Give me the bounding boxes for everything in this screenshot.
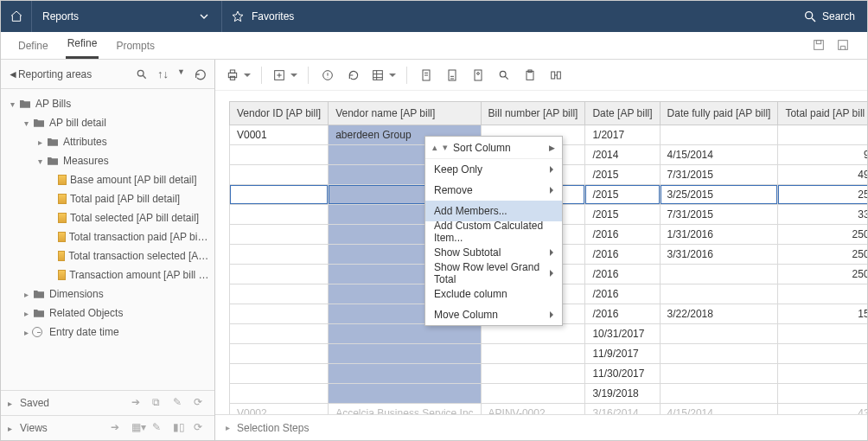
measure-icon (58, 232, 66, 242)
ctx-remove[interactable]: Remove (425, 180, 562, 201)
measure-icon (58, 175, 67, 185)
ctx-keep-only[interactable]: Keep Only (425, 159, 562, 180)
clock-icon (32, 327, 46, 337)
tab-define[interactable]: Define (16, 35, 50, 59)
ctx-add-calc[interactable]: Add Custom Calculated Item... (425, 221, 562, 242)
svg-rect-13 (475, 70, 482, 80)
doc-icon-3[interactable] (469, 67, 487, 84)
column-date[interactable]: Date [AP bill] (585, 102, 660, 125)
measure-icon (58, 270, 66, 280)
tree-related-objects[interactable]: ▸ Related Objects (1, 304, 214, 323)
refresh-icon[interactable] (345, 67, 362, 84)
tree-measure-4[interactable]: Total transaction paid [AP bill detail] (1, 227, 214, 246)
pencil-icon[interactable]: ✎ (152, 421, 166, 435)
tree-measures[interactable]: ▾ Measures (1, 151, 214, 170)
ctx-move-column[interactable]: Move Column (425, 304, 562, 325)
svg-point-14 (477, 72, 480, 74)
table-row[interactable]: 3/19/20180.00 (230, 384, 868, 404)
home-button[interactable] (1, 1, 32, 32)
column-vendor-id[interactable]: Vendor ID [AP bill] (230, 102, 329, 125)
svg-rect-1 (814, 41, 824, 50)
sidebar-refresh-icon[interactable] (194, 67, 207, 81)
tree-measure-5[interactable]: Total transaction selected [AP bill deta… (1, 246, 214, 265)
grid-dropdown[interactable] (371, 67, 396, 84)
favorites-button[interactable]: Favorites (222, 1, 361, 32)
folder-icon (32, 306, 46, 320)
table-row[interactable]: 11/9/20170.00 (230, 344, 868, 364)
column-vendor-name[interactable]: Vendor name [AP bill] (329, 102, 481, 125)
svg-point-4 (137, 70, 144, 76)
measure-icon (58, 251, 65, 261)
svg-point-0 (806, 12, 813, 19)
tree-entry-datetime[interactable]: ▸ Entry date time (1, 323, 214, 342)
tree-dimensions[interactable]: ▸ Dimensions (1, 284, 214, 304)
add-dropdown[interactable] (272, 67, 297, 84)
ctx-show-subtotal[interactable]: Show Subtotal (425, 242, 562, 263)
refresh-icon[interactable]: ⟳ (194, 396, 207, 410)
folder-icon (32, 116, 46, 130)
saved-panel-header[interactable]: ▸ Saved ➔ ⧉ ✎ ⟳ (1, 391, 214, 415)
sidebar-title: Reporting areas (18, 68, 92, 80)
grid-dropdown-icon[interactable]: ▦▾ (131, 421, 145, 435)
search-button[interactable]: Search (791, 1, 867, 32)
bar-chart-icon[interactable]: ▮▯ (173, 421, 187, 435)
sidebar-collapse-caret[interactable]: ◄ (8, 68, 18, 80)
tab-prompts[interactable]: Prompts (114, 35, 156, 59)
sort-asc-icon: ▴ (432, 142, 437, 153)
folder-icon (46, 135, 60, 149)
svg-rect-10 (373, 70, 383, 80)
table-row[interactable]: V0002Accelcia Business Service IncAPINV-… (230, 404, 868, 415)
search-label: Search (822, 10, 855, 22)
doc-icon-2[interactable] (444, 67, 461, 84)
folder-icon (18, 97, 32, 111)
reports-dropdown[interactable]: Reports (32, 1, 222, 32)
print-dropdown[interactable] (226, 67, 251, 84)
views-panel-header[interactable]: ▸ Views ➔ ▦▾ ✎ ▮▯ ⟳ (1, 416, 214, 440)
svg-rect-2 (816, 41, 820, 44)
sync-icon[interactable] (547, 67, 565, 84)
selection-steps-label[interactable]: Selection Steps (237, 422, 309, 434)
save-icon[interactable] (812, 38, 827, 54)
doc-icon-1[interactable] (418, 67, 435, 84)
tree-measure-2[interactable]: Total paid [AP bill detail] (1, 189, 214, 208)
ctx-add-members[interactable]: Add Members... (425, 201, 562, 221)
search-icon (803, 10, 817, 23)
arrow-right-icon[interactable]: ➔ (111, 421, 124, 435)
report-toolbar (215, 60, 867, 91)
tab-refine[interactable]: Refine (66, 32, 99, 59)
tree-attributes[interactable]: ▸ Attributes (1, 132, 214, 151)
tree-measure-6[interactable]: Transaction amount [AP bill detail] (1, 265, 214, 284)
clipboard-icon[interactable] (521, 67, 539, 84)
table-row[interactable]: 10/31/20170.00 (230, 324, 868, 344)
ctx-sort-column[interactable]: ▴ ▾ Sort Column ▶ (425, 137, 562, 159)
tree-measure-1[interactable]: Base amount [AP bill detail] (1, 170, 214, 189)
refresh-icon[interactable]: ⟳ (194, 421, 207, 435)
svg-rect-5 (228, 73, 236, 77)
pencil-icon[interactable]: ✎ (173, 396, 187, 410)
svg-rect-7 (230, 76, 234, 80)
sidebar-dropdown-icon[interactable]: ▼ (177, 67, 185, 81)
arrow-right-icon[interactable]: ➔ (131, 396, 145, 410)
ctx-exclude-column[interactable]: Exclude column (425, 284, 562, 304)
sidebar-search-icon[interactable] (135, 67, 149, 81)
tree-ap-bill-detail[interactable]: ▾ AP bill detail (1, 113, 214, 132)
tree-ap-bills[interactable]: ▾ AP Bills (1, 94, 214, 113)
save-as-icon[interactable] (836, 38, 852, 54)
column-date-paid[interactable]: Date fully paid [AP bill] (660, 102, 778, 125)
ctx-row-grand-total[interactable]: Show Row level Grand Total (425, 263, 562, 284)
svg-point-15 (500, 71, 506, 77)
svg-rect-18 (552, 72, 555, 79)
column-total-paid[interactable]: Total paid [AP bill detail] (778, 102, 867, 125)
column-bill-number[interactable]: Bill number [AP bill] (481, 102, 585, 125)
chevron-down-icon (197, 10, 211, 23)
selection-caret[interactable]: ▸ (226, 423, 230, 432)
tree-measure-3[interactable]: Total selected [AP bill detail] (1, 208, 214, 227)
copy-icon[interactable]: ⧉ (152, 396, 166, 410)
table-row[interactable]: 11/30/20170.00 (230, 364, 868, 384)
favorites-label: Favorites (252, 10, 294, 22)
zoom-icon[interactable] (495, 67, 513, 84)
folder-icon (46, 154, 60, 168)
home-icon (10, 10, 23, 23)
sidebar-sort-icon[interactable]: ↑↓ (157, 67, 169, 81)
alert-icon[interactable] (319, 67, 336, 84)
